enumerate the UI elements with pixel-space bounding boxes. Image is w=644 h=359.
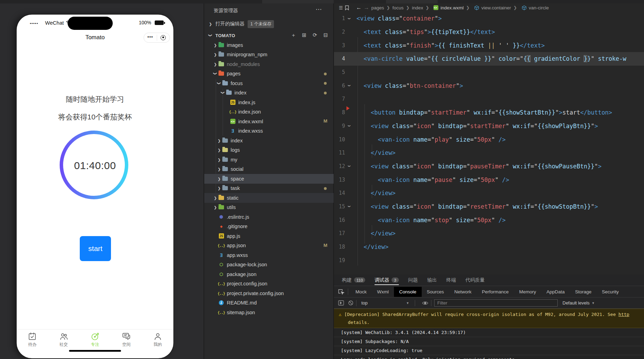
capsule-menu[interactable]: ••• — [144, 33, 170, 43]
code-line-7[interactable]: 7 — [334, 92, 644, 106]
code-line-6[interactable]: 6❯ <view class="btn-container"> — [334, 79, 644, 92]
file-tree-item-index.js[interactable]: JSindex.js — [204, 98, 334, 107]
inspector-tab-appdata[interactable]: AppData — [541, 287, 570, 297]
code-line-17[interactable]: 17 </view> — [334, 227, 644, 240]
file-tree-item-pages[interactable]: ❯pages — [204, 69, 334, 79]
navigate-back-icon[interactable]: ← — [356, 5, 362, 11]
file-tree-item-index.wxss[interactable]: Ǝindex.wxss — [204, 126, 334, 136]
file-tree-item-package-lock.json[interactable]: ⬡package-lock.json — [204, 260, 334, 270]
new-folder-icon[interactable]: ⊞ — [301, 32, 307, 39]
fold-chevron-icon[interactable]: ❯ — [347, 202, 351, 211]
file-tree-item-index.wxml[interactable]: <>index.wxmlM — [204, 117, 334, 126]
code-line-18[interactable]: 18 </view> — [334, 240, 644, 254]
inspector-tab-network[interactable]: Network — [449, 287, 477, 297]
breadcrumb-folder[interactable]: focus — [393, 5, 404, 10]
file-tree-item-sitemap.json[interactable]: {..}sitemap.json — [204, 308, 334, 317]
code-line-1[interactable]: 1❯<view class="container"> — [334, 12, 644, 25]
tab-bar-item-空间[interactable]: 空间 — [111, 329, 142, 351]
file-tree-item-space[interactable]: ❯space — [204, 174, 334, 184]
file-tree-item-project.config.json[interactable]: {..}project.config.json — [204, 279, 334, 289]
code-line-2[interactable]: 2 <text class="tips">{{tipText}}</text> — [334, 25, 644, 39]
debugger-tab-构建[interactable]: 构建110 — [342, 274, 365, 286]
refresh-icon[interactable]: ⟳ — [312, 32, 318, 39]
inspector-tab-memory[interactable]: Memory — [514, 287, 541, 297]
code-line-11[interactable]: 11 </view> — [334, 146, 644, 160]
breadcrumb-folder[interactable]: index — [412, 5, 423, 10]
file-tree-item-.gitignore[interactable]: ◆.gitignore — [204, 222, 334, 232]
debugger-tab-代码质量[interactable]: 代码质量 — [465, 274, 485, 286]
file-tree-item-project.private.config.json[interactable]: {..}project.private.config.json — [204, 289, 334, 298]
open-editors-section[interactable]: ❯ 打开的编辑器 1 个未保存 — [204, 19, 334, 29]
code-line-15[interactable]: 15❯ <view class="icon" bindtap="resetTim… — [334, 200, 644, 214]
code-line-9[interactable]: 9❯ <view class="icon" bindtap="startTime… — [334, 119, 644, 133]
breadcrumb-symbol[interactable]: view.container — [481, 5, 511, 10]
fold-chevron-icon[interactable]: ❯ — [347, 122, 351, 130]
console-sidebar-icon[interactable] — [338, 300, 344, 306]
tab-bar-item-社交[interactable]: 社交 — [48, 329, 79, 351]
file-tree-item-index[interactable]: ❯index — [204, 136, 334, 145]
debugger-tab-终端[interactable]: 终端 — [446, 274, 456, 286]
fold-chevron-icon[interactable]: ❯ — [347, 14, 351, 23]
debugger-tab-问题[interactable]: 问题 — [408, 274, 418, 286]
code-area[interactable]: 1❯<view class="container">2 <text class=… — [334, 12, 644, 267]
breadcrumb-file[interactable]: index.wxml — [440, 5, 464, 10]
inspector-tab-console[interactable]: Console — [394, 287, 422, 297]
fold-chevron-icon[interactable]: ❯ — [347, 162, 351, 170]
file-tree-item-logs[interactable]: ❯logs — [204, 145, 334, 155]
file-tree-item-app.json[interactable]: {..}app.jsonM — [204, 241, 334, 251]
inspector-tab-wxml[interactable]: Wxml — [372, 287, 394, 297]
code-line-4[interactable]: 4 <van-circle value="{{ circleValue }}" … — [334, 52, 644, 66]
file-tree-item-package.json[interactable]: ⬡package.json — [204, 269, 334, 279]
explorer-more-actions-icon[interactable]: ⋯ — [316, 6, 322, 13]
tab-bar-item-专注[interactable]: 专注 — [79, 329, 111, 351]
code-line-12[interactable]: 12❯ <view class="icon" bindtap="pauseTim… — [334, 160, 644, 173]
code-line-5[interactable]: 5 — [334, 66, 644, 79]
inspector-tab-performance[interactable]: Performance — [477, 287, 514, 297]
collapse-all-icon[interactable]: ⊟ — [323, 32, 329, 39]
tab-bar-item-我的[interactable]: 我的 — [142, 329, 173, 351]
file-tree-item-.eslintrc.js[interactable]: ⬢.eslintrc.js — [204, 212, 334, 222]
file-tree-item-index.json[interactable]: {..}index.json — [204, 107, 334, 117]
file-tree-item-index[interactable]: ❯index — [204, 88, 334, 98]
inspect-element-icon[interactable] — [338, 289, 344, 295]
breadcrumb-symbol[interactable]: van-circle — [529, 5, 549, 10]
debugger-tab-调试器[interactable]: 调试器3 — [375, 274, 398, 286]
inspector-tab-storage[interactable]: Storage — [570, 287, 596, 297]
file-tree-item-README.md[interactable]: iREADME.md — [204, 298, 334, 308]
inspector-tab-sources[interactable]: Sources — [422, 287, 449, 297]
filter-input[interactable] — [434, 299, 558, 307]
file-tree-item-miniprogram_npm[interactable]: ❯miniprogram_npm — [204, 50, 334, 60]
breakpoint-arrow[interactable] — [346, 106, 350, 110]
start-button[interactable]: start — [80, 236, 111, 261]
more-menu-icon[interactable]: ••• — [144, 34, 157, 41]
code-line-14[interactable]: 14 </view> — [334, 186, 644, 200]
log-levels-select[interactable]: Default levels ▼ — [563, 300, 595, 306]
code-line-3[interactable]: 3 <text class="finish">{{ finishText || … — [334, 39, 644, 52]
file-tree-item-social[interactable]: ❯social — [204, 165, 334, 174]
file-tree-item-static[interactable]: ❯static — [204, 193, 334, 203]
warning-link[interactable]: http — [618, 312, 629, 317]
file-tree-item-images[interactable]: ❯images — [204, 40, 334, 50]
debugger-tab-输出[interactable]: 输出 — [427, 274, 437, 286]
breadcrumb-folder[interactable]: pages — [371, 5, 384, 10]
code-line-10[interactable]: 10 <van-icon name="play" size="50px" /> — [334, 133, 644, 146]
fold-chevron-icon[interactable]: ❯ — [347, 82, 351, 90]
code-line-8[interactable]: 8 <button bindtap="startTimer" wx:if="{{… — [334, 106, 644, 119]
frame-context-select[interactable]: top ▼ — [359, 300, 412, 306]
file-tree-item-my[interactable]: ❯my — [204, 155, 334, 165]
project-root-row[interactable]: ❯ TOMATO ＋ ⊞ ⟳ ⊟ — [204, 31, 334, 40]
eye-icon[interactable] — [422, 301, 428, 306]
tab-bar-item-待办[interactable]: 待办 — [17, 329, 48, 351]
bookmark-icon[interactable] — [345, 5, 349, 10]
file-tree-item-utils[interactable]: ❯utils — [204, 203, 334, 212]
file-tree-item-focus[interactable]: ❯focus — [204, 78, 334, 88]
code-line-16[interactable]: 16 <van-icon name="stop" size="50px" /> — [334, 213, 644, 227]
clear-console-icon[interactable] — [348, 300, 353, 306]
code-line-19[interactable]: 19 — [334, 253, 644, 267]
file-tree-item-app.wxss[interactable]: Ǝapp.wxss — [204, 250, 334, 260]
code-line-13[interactable]: 13 <van-icon name="pause" size="50px" /> — [334, 173, 644, 186]
file-tree-item-task[interactable]: ❯task — [204, 184, 334, 193]
inspector-tab-mock[interactable]: Mock — [350, 287, 372, 297]
file-tree-item-node_modules[interactable]: ❯node_modules — [204, 59, 334, 69]
new-file-icon[interactable]: ＋ — [290, 32, 297, 39]
